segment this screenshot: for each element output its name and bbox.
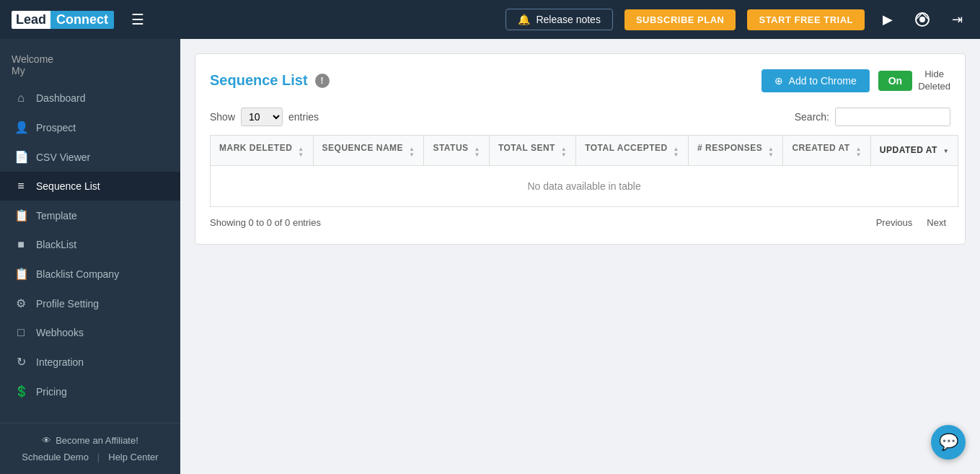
no-data-row: No data available in table <box>211 165 958 206</box>
bell-icon: 🔔 <box>518 14 530 25</box>
sidebar-item-webhooks[interactable]: □ Webhooks <box>0 318 180 347</box>
welcome-line1: Welcome <box>12 53 169 65</box>
show-label: Show <box>210 111 235 123</box>
sort-icon-total-accepted: ▲▼ <box>674 146 679 158</box>
sidebar-item-integration[interactable]: ↻ Integration <box>0 347 180 377</box>
home-icon: ⌂ <box>14 92 27 105</box>
sidebar-label-blacklist: BlackList <box>36 239 76 250</box>
search-group: Search: <box>795 107 950 126</box>
chrome-add-icon: ⊕ <box>774 75 783 87</box>
sidebar-label-csv-viewer: CSV Viewer <box>36 152 90 163</box>
data-table: MARK DELETED ▲▼ SEQUENCE NAME ▲▼ STATUS … <box>210 135 958 207</box>
sort-icon-sequence-name: ▲▼ <box>409 146 415 158</box>
sidebar-item-prospect[interactable]: 👤 Prospect <box>0 113 180 142</box>
hamburger-icon[interactable]: ☰ <box>131 11 144 28</box>
col-sequence-name[interactable]: SEQUENCE NAME ▲▼ <box>313 135 424 165</box>
sort-icon-mark-deleted: ▲▼ <box>298 146 304 158</box>
sidebar-item-blacklist[interactable]: ■ BlackList <box>0 230 180 259</box>
sidebar-item-template[interactable]: 📋 Template <box>0 201 180 230</box>
affiliate-link[interactable]: 👁 Become an Affiliate! <box>12 435 169 446</box>
sidebar-label-template: Template <box>36 210 77 221</box>
logo-lead: Lead <box>12 11 50 29</box>
col-mark-deleted-label: MARK DELETED <box>219 143 292 153</box>
sidebar-item-csv-viewer[interactable]: 📄 CSV Viewer <box>0 142 180 172</box>
no-data-cell: No data available in table <box>211 165 958 206</box>
sidebar-label-webhooks: Webhooks <box>36 327 84 338</box>
logo-connect: Connect <box>50 11 114 29</box>
card-actions: ⊕ Add to Chrome On Hide Deleted <box>762 69 950 93</box>
chat-icon: 💬 <box>939 433 958 452</box>
sidebar-label-blacklist-company: Blacklist Company <box>36 268 119 280</box>
toggle-on-button[interactable]: On <box>878 71 912 91</box>
chrome-icon[interactable] <box>911 8 934 31</box>
entries-select[interactable]: 10 25 50 100 <box>241 107 283 126</box>
sidebar-label-dashboard: Dashboard <box>36 92 86 104</box>
blacklist-icon: ■ <box>14 238 27 251</box>
entries-label: entries <box>288 111 319 123</box>
sort-icon-created-at: ▲▼ <box>855 146 861 158</box>
svg-point-1 <box>919 17 925 22</box>
sidebar-item-pricing[interactable]: 💲 Pricing <box>0 377 180 406</box>
col-updated-at[interactable]: UPDATED AT ▼ <box>870 135 958 165</box>
sidebar-item-blacklist-company[interactable]: 📋 Blacklist Company <box>0 259 180 289</box>
toggle-group: On Hide Deleted <box>878 69 950 93</box>
search-input[interactable] <box>835 107 950 126</box>
sidebar-item-sequence-list[interactable]: ≡ Sequence List <box>0 172 180 201</box>
card-header: Sequence List ! ⊕ Add to Chrome On Hide … <box>210 69 950 93</box>
table-controls: Show 10 25 50 100 entries Search: <box>210 107 950 126</box>
card-title-group: Sequence List ! <box>210 72 330 89</box>
show-entries-group: Show 10 25 50 100 entries <box>210 107 319 126</box>
sidebar-label-pricing: Pricing <box>36 386 67 398</box>
col-total-sent-label: TOTAL SENT <box>498 143 555 153</box>
help-center-link[interactable]: Help Center <box>108 452 158 462</box>
template-icon: 📋 <box>14 209 27 222</box>
col-total-accepted[interactable]: TOTAL ACCEPTED ▲▼ <box>576 135 689 165</box>
col-mark-deleted[interactable]: MARK DELETED ▲▼ <box>211 135 314 165</box>
body-wrap: Welcome My ⌂ Dashboard 👤 Prospect 📄 CSV … <box>0 39 980 474</box>
col-created-at[interactable]: CREATED AT ▲▼ <box>783 135 870 165</box>
search-label: Search: <box>795 111 829 123</box>
add-to-chrome-button[interactable]: ⊕ Add to Chrome <box>762 69 870 92</box>
table-head: MARK DELETED ▲▼ SEQUENCE NAME ▲▼ STATUS … <box>211 135 958 165</box>
col-total-accepted-label: TOTAL ACCEPTED <box>585 143 668 153</box>
play-icon[interactable]: ▶ <box>876 8 899 31</box>
sidebar-item-profile-setting[interactable]: ⚙ Profile Setting <box>0 289 180 318</box>
sidebar-label-sequence-list: Sequence List <box>36 180 100 192</box>
pricing-icon: 💲 <box>14 385 27 398</box>
logo[interactable]: LeadConnect <box>12 11 114 29</box>
chat-bubble[interactable]: 💬 <box>931 425 966 460</box>
signout-icon[interactable]: ⇥ <box>945 8 968 31</box>
info-icon: ! <box>315 74 330 88</box>
col-updated-at-label: UPDATED AT <box>880 145 937 155</box>
col-responses[interactable]: # RESPONSES ▲▼ <box>688 135 782 165</box>
release-notes-label: Release notes <box>536 14 601 25</box>
sidebar-item-dashboard[interactable]: ⌂ Dashboard <box>0 84 180 113</box>
affiliate-label: Become an Affiliate! <box>56 435 138 446</box>
person-icon: 👤 <box>14 120 27 134</box>
sidebar-label-profile-setting: Profile Setting <box>36 298 99 310</box>
previous-button[interactable]: Previous <box>872 216 917 229</box>
col-status[interactable]: STATUS ▲▼ <box>424 135 489 165</box>
table-body: No data available in table <box>211 165 958 206</box>
welcome-line2: My <box>12 65 169 76</box>
subscribe-button[interactable]: SUBSCRIBE PLAN <box>624 9 736 30</box>
sidebar-label-integration: Integration <box>36 356 84 368</box>
sort-icon-status: ▲▼ <box>474 146 480 158</box>
add-to-chrome-label: Add to Chrome <box>789 75 857 87</box>
content-card: Sequence List ! ⊕ Add to Chrome On Hide … <box>195 53 966 245</box>
sort-icon-total-sent: ▲▼ <box>561 146 567 158</box>
col-responses-label: # RESPONSES <box>697 143 762 153</box>
sidebar-nav: ⌂ Dashboard 👤 Prospect 📄 CSV Viewer ≡ Se… <box>0 84 180 423</box>
schedule-demo-link[interactable]: Schedule Demo <box>22 452 89 462</box>
sidebar-label-prospect: Prospect <box>36 122 76 133</box>
integration-icon: ↻ <box>14 355 27 369</box>
release-notes-button[interactable]: 🔔 Release notes <box>506 9 613 30</box>
trial-button[interactable]: START FREE TRIAL <box>747 9 865 30</box>
main-content: Sequence List ! ⊕ Add to Chrome On Hide … <box>180 39 980 474</box>
gear-icon: ⚙ <box>14 297 27 310</box>
col-total-sent[interactable]: TOTAL SENT ▲▼ <box>489 135 575 165</box>
next-button[interactable]: Next <box>922 216 950 229</box>
table-footer: Showing 0 to 0 of 0 entries Previous Nex… <box>210 216 950 229</box>
col-status-label: STATUS <box>433 143 468 153</box>
table-header-row: MARK DELETED ▲▼ SEQUENCE NAME ▲▼ STATUS … <box>211 135 958 165</box>
